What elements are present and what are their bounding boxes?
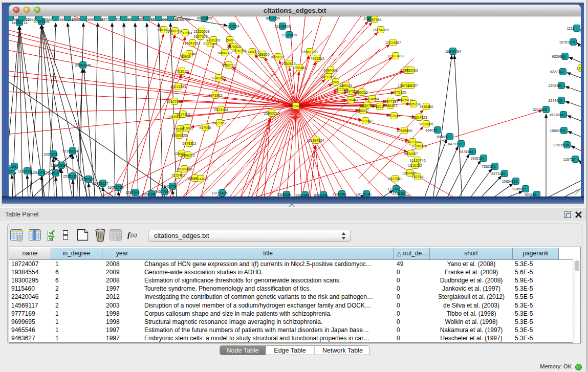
svg-text:8912954: 8912954 (178, 31, 192, 35)
svg-text:2522541: 2522541 (388, 177, 402, 181)
svg-text:8382345: 8382345 (314, 193, 328, 197)
svg-text:9115460: 9115460 (420, 105, 433, 108)
svg-text:9227342: 9227342 (550, 70, 563, 74)
svg-text:1362615: 1362615 (281, 62, 295, 65)
svg-text:19166825: 19166825 (171, 134, 187, 137)
svg-text:93901: 93901 (181, 55, 191, 58)
svg-text:7625402: 7625402 (171, 173, 185, 177)
svg-text:9245612: 9245612 (512, 187, 526, 191)
svg-text:19756928: 19756928 (411, 144, 427, 148)
svg-text:3267110: 3267110 (177, 113, 190, 116)
svg-text:2803144: 2803144 (214, 108, 228, 112)
svg-text:15720407: 15720407 (386, 114, 402, 118)
svg-text:9699695: 9699695 (419, 122, 433, 126)
svg-text:746266: 746266 (356, 91, 367, 94)
svg-text:9292346: 9292346 (142, 192, 156, 196)
svg-text:10688609: 10688609 (396, 129, 412, 133)
svg-text:8471626: 8471626 (491, 172, 505, 176)
svg-text:7485063: 7485063 (404, 69, 418, 72)
svg-text:7632621: 7632621 (482, 165, 495, 168)
svg-text:16961758: 16961758 (301, 50, 317, 54)
svg-text:16648764: 16648764 (445, 50, 461, 53)
svg-text:788637: 788637 (357, 109, 368, 113)
svg-text:1572040: 1572040 (358, 119, 372, 123)
svg-text:12342737: 12342737 (31, 171, 47, 174)
svg-text:9242845: 9242845 (211, 76, 225, 80)
svg-text:8813054: 8813054 (266, 16, 279, 20)
svg-text:9327503: 9327503 (193, 35, 207, 38)
svg-text:1588520: 1588520 (255, 53, 269, 56)
svg-text:9329966: 9329966 (552, 55, 565, 58)
svg-text:9382345: 9382345 (295, 193, 309, 197)
svg-text:1916682: 1916682 (180, 126, 193, 130)
svg-text:13975125: 13975125 (390, 91, 406, 94)
svg-text:16154808: 16154808 (373, 28, 388, 32)
svg-text:4752712: 4752712 (222, 63, 235, 67)
svg-text:3215955: 3215955 (533, 108, 547, 112)
svg-text:15751074: 15751074 (559, 40, 575, 44)
svg-text:10958127: 10958127 (92, 182, 108, 185)
svg-text:16099486: 16099486 (176, 167, 192, 171)
svg-text:12213967: 12213967 (385, 41, 401, 45)
svg-text:25300215: 25300215 (264, 112, 279, 115)
svg-text:16033809: 16033809 (196, 16, 212, 20)
svg-text:12213393: 12213393 (170, 85, 186, 89)
svg-text:9834067: 9834067 (404, 152, 418, 156)
svg-text:173342: 173342 (387, 187, 399, 191)
svg-text:6216: 6216 (376, 105, 384, 108)
svg-text:116753: 116753 (563, 158, 575, 161)
svg-text:14265799: 14265799 (174, 18, 190, 21)
svg-text:20053346: 20053346 (75, 63, 91, 67)
svg-text:10654112: 10654112 (502, 180, 518, 183)
svg-text:16782759: 16782759 (107, 186, 123, 189)
svg-text:17016504: 17016504 (553, 143, 569, 147)
svg-text:1990443: 1990443 (292, 66, 306, 70)
svg-text:(x): (x) (130, 232, 137, 238)
svg-text:1112: 1112 (567, 27, 575, 30)
svg-text:164095: 164095 (425, 128, 437, 132)
svg-text:7357224: 7357224 (225, 25, 239, 28)
svg-text:2020653: 2020653 (43, 152, 57, 156)
svg-text:10973493: 10973493 (387, 54, 403, 58)
svg-text:245: 245 (333, 80, 339, 84)
svg-text:13321: 13321 (576, 67, 581, 70)
svg-text:19975867: 19975867 (51, 164, 67, 167)
svg-text:5678312: 5678312 (182, 142, 196, 145)
svg-text:18654923: 18654923 (411, 116, 427, 119)
svg-text:13716485: 13716485 (211, 191, 227, 195)
svg-text:1795723: 1795723 (79, 178, 93, 181)
svg-text:16211072: 16211072 (320, 75, 336, 79)
svg-text:3824554: 3824554 (365, 97, 379, 101)
svg-text:1244415: 1244415 (548, 99, 562, 102)
svg-text:7886372: 7886372 (383, 104, 397, 107)
svg-text:12325419: 12325419 (281, 33, 297, 37)
svg-text:18724007: 18724007 (288, 104, 303, 108)
svg-text:17359924: 17359924 (62, 149, 78, 153)
svg-text:9495794: 9495794 (406, 102, 420, 106)
svg-text:1382346: 1382346 (277, 193, 291, 196)
svg-text:114519: 114519 (48, 171, 59, 175)
svg-text:16107553: 16107553 (166, 100, 182, 103)
svg-text:2505135: 2505135 (63, 174, 77, 178)
svg-text:8220197: 8220197 (271, 55, 285, 59)
svg-text:23226058: 23226058 (193, 30, 209, 33)
svg-text:5914479: 5914479 (193, 177, 207, 181)
svg-text:1209382: 1209382 (548, 84, 562, 87)
svg-text:699044: 699044 (340, 84, 352, 87)
svg-text:917006: 917006 (199, 126, 211, 129)
svg-text:19384554: 19384554 (308, 139, 324, 142)
svg-text:8454749: 8454749 (217, 51, 231, 55)
svg-text:16210643: 16210643 (549, 113, 565, 117)
svg-text:6794028: 6794028 (323, 69, 337, 72)
svg-text:1030748: 1030748 (360, 104, 374, 107)
svg-text:2036443: 2036443 (344, 98, 358, 102)
svg-text:945779: 945779 (164, 185, 176, 188)
svg-text:1292346: 1292346 (125, 191, 139, 194)
svg-text:8186328: 8186328 (206, 38, 220, 42)
svg-text:924561: 924561 (525, 193, 536, 196)
svg-text:15692971: 15692971 (550, 129, 565, 133)
svg-text:5498222: 5498222 (181, 154, 194, 157)
svg-text:546: 546 (227, 38, 233, 42)
svg-text:1156829: 1156829 (18, 169, 32, 173)
svg-text:7382345: 7382345 (332, 192, 346, 196)
